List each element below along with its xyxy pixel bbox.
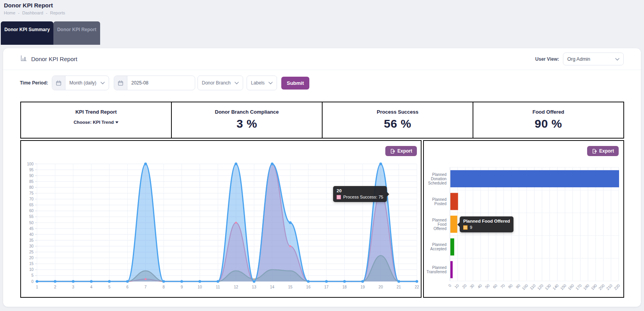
svg-text:19: 19 [360,285,365,289]
donor-branch-placeholder: Donor Branch [202,80,231,86]
user-view-select[interactable]: Org Admin [563,53,624,65]
svg-text:30: 30 [29,244,34,248]
svg-text:45: 45 [29,227,34,231]
svg-text:7: 7 [145,285,147,289]
svg-text:150: 150 [559,283,567,291]
chevron-down-icon [615,56,619,62]
labels-placeholder: Labels [251,80,265,86]
svg-text:5: 5 [31,273,34,278]
breadcrumb-separator: - [46,11,48,15]
svg-text:35: 35 [29,238,34,242]
svg-text:10: 10 [453,283,460,289]
trend-tooltip-swatch [337,195,341,199]
kpi-title: KPI Trend Report [21,109,171,115]
report-card: Donor KPI Report User View: Org Admin Ti… [3,48,641,307]
svg-text:40: 40 [29,232,34,237]
svg-text:4: 4 [90,285,93,289]
svg-text:60: 60 [492,283,498,289]
breadcrumb-dashboard[interactable]: Dashboard [22,11,43,15]
breadcrumb: Home - Dashboard - Reports [4,11,65,15]
svg-text:90: 90 [515,283,521,289]
svg-text:130: 130 [544,283,552,291]
kpi-value: 90 % [473,117,623,130]
svg-text:9: 9 [181,285,183,289]
kpi-box-process-success: Process Success 56 % [322,102,473,139]
svg-text:11: 11 [216,285,220,289]
donor-branch-select[interactable]: Donor Branch [198,76,243,90]
svg-text:15: 15 [288,285,293,289]
svg-text:20: 20 [29,256,34,260]
page: Donor KPI Report Home - Dashboard - Repo… [0,0,644,311]
svg-text:14: 14 [270,285,275,289]
kpi-box-trend: KPI Trend Report Choose: KPI Trend [20,102,172,139]
period-value-input[interactable]: 2025-08 [114,76,195,90]
svg-text:20: 20 [461,283,468,289]
kpi-value: 56 % [323,117,473,130]
svg-text:25: 25 [29,250,34,254]
trend-tooltip-header: 20 [337,188,383,193]
page-title: Donor KPI Report [4,2,53,9]
export-label: Export [397,148,412,154]
svg-text:140: 140 [552,283,559,291]
kpi-trend-line-chart[interactable]: 0510152025303540455055606570758085909510… [21,141,421,297]
svg-text:110: 110 [529,283,536,290]
time-period-label: Time Period: [20,80,49,86]
calendar-icon [114,76,127,90]
svg-text:12: 12 [234,285,238,289]
bar-tooltip-label: 9 [470,225,472,230]
svg-text:170: 170 [575,283,582,291]
breadcrumb-home[interactable]: Home [4,11,15,15]
breadcrumb-reports[interactable]: Reports [50,11,65,15]
trend-chart-panel: Export 051015202530354045505560657075808… [20,140,422,298]
planned-horizontal-bar-chart[interactable]: 0102030405060708090100110120130140150160… [424,141,623,297]
export-button[interactable]: Export [385,146,417,156]
chevron-down-icon [101,76,109,90]
report-chart-icon [20,55,27,63]
svg-text:85: 85 [29,179,34,184]
svg-text:40: 40 [476,283,483,289]
svg-text:50: 50 [29,221,34,225]
svg-text:90: 90 [29,174,34,178]
caret-down-icon [115,121,118,123]
submit-button[interactable]: Submit [281,77,309,90]
tab-donor-kpi-report[interactable]: Donor KPI Report [53,21,100,45]
kpi-trend-chooser-label: Choose: KPI Trend [74,120,114,125]
trend-tooltip: 20 Process Success: 75 [333,186,387,202]
tab-donor-kpi-summary[interactable]: Donor KPI Summary [1,21,53,45]
breadcrumb-separator: - [18,11,19,15]
svg-text:60: 60 [29,209,34,213]
svg-text:13: 13 [252,285,257,289]
kpi-title: Donor Branch Compliance [172,109,322,115]
period-type-select[interactable]: Month (daily) [52,76,109,90]
svg-text:20: 20 [379,285,383,289]
svg-text:Planned: Planned [432,172,446,177]
svg-text:6: 6 [126,285,129,289]
svg-text:3: 3 [72,285,74,289]
svg-text:22: 22 [415,285,419,289]
kpi-trend-chooser[interactable]: Choose: KPI Trend [74,120,118,125]
kpi-row: KPI Trend Report Choose: KPI Trend Donor… [20,102,624,139]
export-button[interactable]: Export [587,146,619,156]
svg-text:100: 100 [27,162,34,166]
svg-text:100: 100 [521,283,529,291]
bar-tooltip: Planned Food Offered 9 [460,216,513,232]
svg-text:0: 0 [448,283,452,288]
svg-text:0: 0 [31,279,34,284]
calendar-icon [52,76,65,90]
svg-text:21: 21 [397,285,401,289]
svg-text:160: 160 [567,283,575,291]
filter-row: Time Period: Month (daily) 2025-08 Donor… [20,76,624,90]
svg-text:Transferred: Transferred [427,270,446,274]
svg-text:65: 65 [29,203,34,207]
svg-text:210: 210 [605,283,613,291]
svg-text:70: 70 [500,283,506,289]
svg-text:120: 120 [536,283,544,291]
charts-row: Export 051015202530354045505560657075808… [20,140,624,298]
planned-bar-chart-panel: Export 010203040506070809010011012013014… [423,140,624,298]
svg-text:5: 5 [108,285,111,289]
svg-text:50: 50 [484,283,490,289]
svg-text:Planned: Planned [432,218,446,222]
svg-text:Planned: Planned [432,242,446,247]
svg-text:220: 220 [613,283,621,291]
labels-select[interactable]: Labels [247,76,277,90]
